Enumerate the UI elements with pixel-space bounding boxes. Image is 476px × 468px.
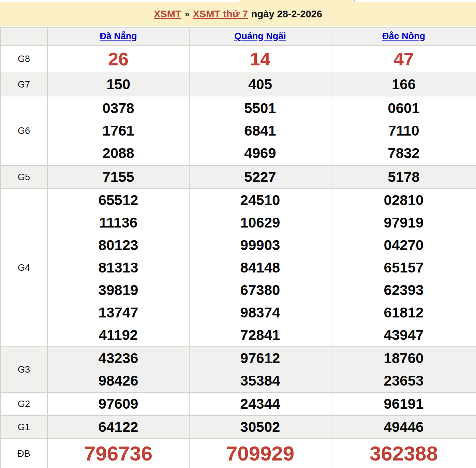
prize-number: 362388 bbox=[331, 439, 476, 468]
prize-values-cell: 64122 bbox=[47, 416, 189, 439]
prize-values-cell: 5178 bbox=[331, 166, 476, 189]
breadcrumb-date: ngày 28-2-2026 bbox=[251, 9, 322, 20]
prize-number: 98426 bbox=[48, 370, 189, 392]
prize-row-g7: G7150405166 bbox=[0, 73, 476, 96]
active-tab-edge-segment bbox=[239, 0, 355, 2]
prize-number: 6841 bbox=[190, 120, 331, 142]
prize-values-cell: 24344 bbox=[189, 392, 331, 416]
province-link-1[interactable]: Đà Nẵng bbox=[100, 31, 137, 41]
prize-number: 166 bbox=[331, 73, 476, 96]
prize-number: 62393 bbox=[331, 279, 476, 301]
prize-number: 64122 bbox=[48, 416, 189, 438]
prize-values-cell: 24510106299990384148673809837472841 bbox=[189, 189, 331, 347]
prize-values-cell: 9761235384 bbox=[189, 347, 331, 392]
prize-label-g2: G2 bbox=[0, 392, 47, 416]
prize-number: 02810 bbox=[331, 189, 476, 212]
prize-number: 24510 bbox=[190, 189, 331, 212]
province-link-3[interactable]: Đắc Nông bbox=[382, 31, 425, 41]
prize-number: 96191 bbox=[331, 393, 476, 415]
prize-number: 7110 bbox=[331, 120, 476, 142]
prize-number: 97609 bbox=[48, 393, 189, 415]
prize-number: 5227 bbox=[190, 166, 331, 188]
prize-number: 97919 bbox=[331, 212, 476, 234]
prize-values-cell: 150 bbox=[47, 73, 189, 96]
prize-number: 98374 bbox=[190, 301, 331, 324]
prize-label-g5: G5 bbox=[0, 166, 47, 189]
prize-number: 13747 bbox=[48, 301, 189, 324]
prize-label-g7: G7 bbox=[0, 73, 47, 96]
prize-label-g4: G4 bbox=[0, 189, 47, 347]
prize-number: 04270 bbox=[331, 234, 476, 256]
province-link-2[interactable]: Quảng Ngãi bbox=[234, 31, 286, 41]
prize-number: 709929 bbox=[190, 439, 331, 468]
prize-number: 65512 bbox=[48, 189, 189, 212]
prize-row-g3: G3432369842697612353841876023653 bbox=[0, 347, 476, 392]
prize-number: 84148 bbox=[190, 256, 331, 279]
prize-number: 405 bbox=[190, 73, 331, 96]
prize-values-cell: 709929 bbox=[189, 439, 331, 468]
province-header-cell: Đắc Nông bbox=[331, 27, 476, 45]
prize-label-db: ĐB bbox=[0, 439, 47, 468]
lottery-results-table: Đà NẵngQuảng NgãiĐắc NôngG8261447G715040… bbox=[0, 27, 476, 468]
prize-number: 61812 bbox=[331, 301, 476, 324]
prize-values-cell: 02810979190427065157623936181243947 bbox=[331, 189, 476, 347]
prize-number: 23653 bbox=[331, 370, 476, 392]
prize-number: 81313 bbox=[48, 256, 189, 279]
tab-edge-segment bbox=[0, 0, 119, 2]
prize-number: 18760 bbox=[331, 347, 476, 370]
prize-number: 72841 bbox=[190, 324, 331, 346]
prize-label-g3: G3 bbox=[0, 347, 47, 392]
breadcrumb-link-xsmt[interactable]: XSMT bbox=[154, 9, 181, 20]
prize-number: 97612 bbox=[190, 347, 331, 370]
prize-number: 47 bbox=[331, 46, 476, 72]
prize-number: 7155 bbox=[48, 166, 189, 188]
prize-values-cell: 26 bbox=[47, 45, 189, 73]
prize-values-cell: 4323698426 bbox=[47, 347, 189, 392]
prize-row-db: ĐB796736709929362388 bbox=[0, 439, 476, 468]
prize-values-cell: 97609 bbox=[47, 392, 189, 416]
prize-values-cell: 060171107832 bbox=[331, 96, 476, 166]
prize-row-g2: G2976092434496191 bbox=[0, 392, 476, 416]
prize-number: 2088 bbox=[48, 142, 189, 165]
prize-values-cell: 166 bbox=[331, 73, 476, 96]
prize-number: 65157 bbox=[331, 256, 476, 279]
prize-number: 796736 bbox=[48, 439, 189, 468]
prize-number: 41192 bbox=[48, 324, 189, 346]
top-tabs-strip bbox=[0, 0, 476, 2]
prize-number: 4969 bbox=[190, 142, 331, 165]
prize-number: 39819 bbox=[48, 279, 189, 301]
prize-number: 1761 bbox=[48, 120, 189, 142]
tab-edge-segment bbox=[355, 0, 474, 2]
prize-number: 26 bbox=[48, 46, 189, 72]
prize-number: 14 bbox=[190, 46, 331, 72]
prize-values-cell: 362388 bbox=[331, 439, 476, 468]
prize-number: 0601 bbox=[331, 97, 476, 120]
prize-values-cell: 5227 bbox=[189, 166, 331, 189]
prize-number: 99903 bbox=[190, 234, 331, 256]
prize-row-g4: G465512111368012381313398191374741192245… bbox=[0, 189, 476, 347]
table-header-row: Đà NẵngQuảng NgãiĐắc Nông bbox=[0, 27, 476, 45]
prize-values-cell: 405 bbox=[189, 73, 331, 96]
prize-number: 35384 bbox=[190, 370, 331, 392]
prize-row-g1: G1641223050249446 bbox=[0, 416, 476, 439]
prize-values-cell: 65512111368012381313398191374741192 bbox=[47, 189, 189, 347]
prize-number: 43947 bbox=[331, 324, 476, 346]
prize-number: 10629 bbox=[190, 212, 331, 234]
prize-number: 43236 bbox=[48, 347, 189, 370]
province-header-cell: Đà Nẵng bbox=[47, 27, 189, 45]
prize-number: 49446 bbox=[331, 416, 476, 438]
prize-number: 5501 bbox=[190, 97, 331, 120]
province-header-cell: Quảng Ngãi bbox=[189, 27, 331, 45]
prize-number: 5178 bbox=[331, 166, 476, 188]
prize-values-cell: 1876023653 bbox=[331, 347, 476, 392]
prize-number: 24344 bbox=[190, 393, 331, 415]
prize-values-cell: 14 bbox=[189, 45, 331, 73]
prize-values-cell: 49446 bbox=[331, 416, 476, 439]
prize-row-g6: G6037817612088550168414969060171107832 bbox=[0, 96, 476, 166]
prize-values-cell: 550168414969 bbox=[189, 96, 331, 166]
breadcrumb-link-xsmt-day[interactable]: XSMT thứ 7 bbox=[193, 9, 248, 20]
prize-label-g1: G1 bbox=[0, 416, 47, 439]
prize-values-cell: 30502 bbox=[189, 416, 331, 439]
corner-cell bbox=[0, 27, 47, 45]
prize-number: 30502 bbox=[190, 416, 331, 438]
